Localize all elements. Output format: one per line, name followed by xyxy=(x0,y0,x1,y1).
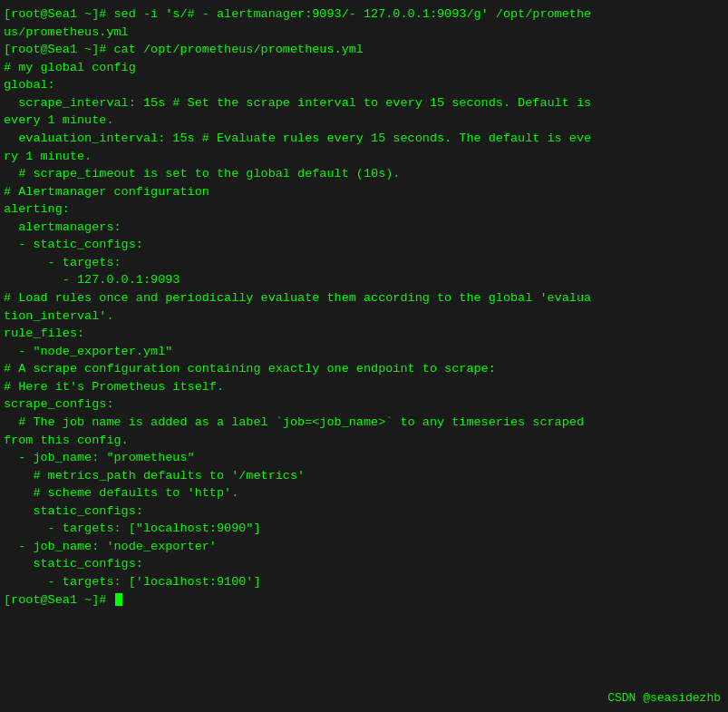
terminal-line: - targets: ['localhost:9100'] xyxy=(4,573,724,591)
terminal-line: [root@Sea1 ~]# cat /opt/prometheus/prome… xyxy=(4,41,724,59)
terminal-content: [root@Sea1 ~]# sed -i 's/# - alertmanage… xyxy=(4,5,724,609)
terminal-line: alerting: xyxy=(4,200,724,219)
terminal-line: static_configs: xyxy=(4,555,724,573)
terminal-line: # Alertmanager configuration xyxy=(4,183,724,201)
terminal-line: [root@Sea1 ~]# xyxy=(4,591,724,610)
terminal-line: - job_name: "prometheus" xyxy=(4,449,724,467)
terminal-line: scrape_configs: xyxy=(4,395,724,414)
terminal-line: - static_configs: xyxy=(4,236,724,254)
terminal-line: # The job name is added as a label `job=… xyxy=(4,414,724,432)
cursor xyxy=(115,593,122,606)
terminal-line: # my global config xyxy=(4,59,724,77)
terminal-line: alertmanagers: xyxy=(4,219,724,237)
terminal-line: static_configs: xyxy=(4,502,724,521)
terminal-line: - 127.0.0.1:9093 xyxy=(4,271,724,289)
terminal-line: every 1 minute. xyxy=(4,112,724,130)
terminal-line: scrape_interval: 15s # Set the scrape in… xyxy=(4,94,724,112)
terminal-line: # Here it's Prometheus itself. xyxy=(4,378,724,396)
terminal-line: # scrape_timeout is set to the global de… xyxy=(4,165,724,183)
terminal-window: [root@Sea1 ~]# sed -i 's/# - alertmanage… xyxy=(0,0,728,712)
terminal-line: - targets: xyxy=(4,254,724,272)
terminal-line: # metrics_path defaults to '/metrics' xyxy=(4,467,724,485)
terminal-line: from this config. xyxy=(4,432,724,450)
terminal-line: - "node_exporter.yml" xyxy=(4,343,724,361)
terminal-line: us/prometheus.yml xyxy=(4,24,724,42)
terminal-line: tion_interval'. xyxy=(4,307,724,326)
terminal-line: evaluation_interval: 15s # Evaluate rule… xyxy=(4,130,724,148)
terminal-line: [root@Sea1 ~]# sed -i 's/# - alertmanage… xyxy=(4,5,724,24)
terminal-line: # A scrape configuration containing exac… xyxy=(4,360,724,378)
watermark: CSDN @seasidezhb xyxy=(607,691,721,705)
terminal-line: - targets: ["localhost:9090"] xyxy=(4,520,724,538)
terminal-line: ry 1 minute. xyxy=(4,148,724,166)
terminal-line: - job_name: 'node_exporter' xyxy=(4,538,724,556)
terminal-line: rule_files: xyxy=(4,325,724,343)
terminal-line: global: xyxy=(4,76,724,94)
terminal-line: # scheme defaults to 'http'. xyxy=(4,484,724,502)
terminal-line: # Load rules once and periodically evalu… xyxy=(4,289,724,307)
